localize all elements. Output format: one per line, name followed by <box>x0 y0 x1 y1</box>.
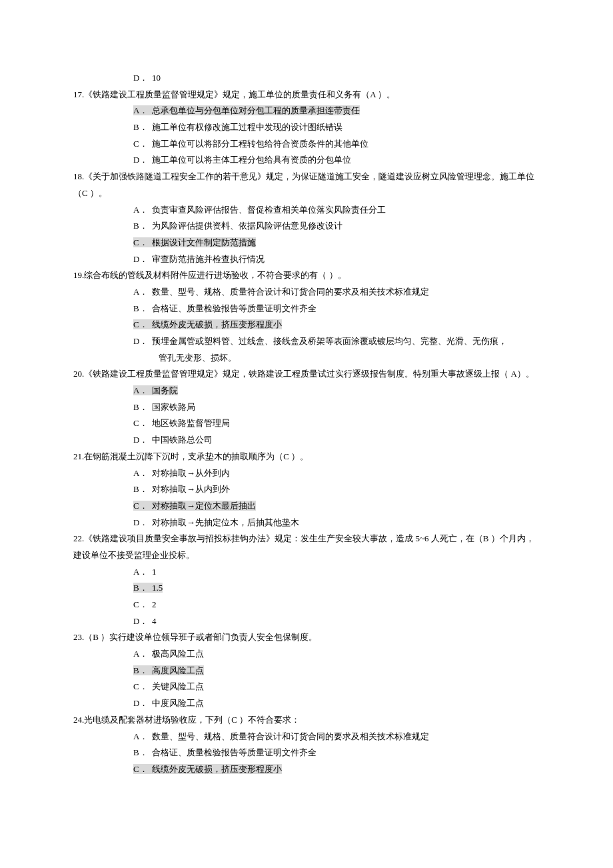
option-label: A． <box>133 383 152 399</box>
option-text: 施工单位可以将部分工程转包给符合资质条件的其他单位 <box>152 139 368 149</box>
option-label: C． <box>133 679 152 695</box>
option-label: C． <box>133 415 152 432</box>
option-q24-a: A．数量、型号、规格、质量符合设计和订货合同的要求及相关技术标准规定 <box>73 729 540 745</box>
option-label: C． <box>133 136 152 153</box>
question-19-stem: 19.综合布线的管线及材料附件应进行进场验收，不符合要求的有（ ）。 <box>73 267 540 284</box>
option-text: 地区铁路监督管理局 <box>152 418 230 428</box>
option-text: 高度风险工点 <box>152 665 204 675</box>
option-text: 合格证、质量检验报告等质量证明文件齐全 <box>152 747 316 757</box>
option-text: 对称抽取→先抽定位木，后抽其他垫木 <box>152 517 299 527</box>
option-label: D． <box>133 333 152 350</box>
option-label: D． <box>133 70 152 87</box>
option-text: 1.5 <box>152 583 163 593</box>
option-text: 总承包单位与分包单位对分包工程的质量承担连带责任 <box>152 105 360 115</box>
option-q18-d: D．审查防范措施并检查执行情况 <box>73 251 540 268</box>
option-q22-a: A．1 <box>73 564 540 581</box>
option-label: B． <box>133 301 152 317</box>
option-text: 根据设计文件制定防范措施 <box>152 237 256 247</box>
option-text: 负责审查风险评估报告、督促检查相关单位落实风险责任分工 <box>152 205 386 215</box>
option-label: B． <box>133 218 152 235</box>
option-q18-c: C．根据设计文件制定防范措施 <box>73 235 540 251</box>
option-label: D． <box>133 432 152 449</box>
option-label: A． <box>133 103 152 119</box>
option-q21-b: B．对称抽取→从内到外 <box>73 481 540 498</box>
option-label: D． <box>133 695 152 712</box>
option-q19-c: C．线缆外皮无破损，挤压变形程度小 <box>73 317 540 333</box>
option-q24-c: C．线缆外皮无破损，挤压变形程度小 <box>73 761 540 778</box>
option-text: 对称抽取→定位木最后抽出 <box>152 501 256 511</box>
option-label: B． <box>133 580 152 597</box>
option-text: 数量、型号、规格、质量符合设计和订货合同的要求及相关技术标准规定 <box>152 731 429 741</box>
option-q22-b: B．1.5 <box>73 580 540 597</box>
question-18-stem: 18.《关于加强铁路隧道工程安全工作的若干意见》规定，为保证隧道施工安全，隧道建… <box>73 169 540 201</box>
option-q20-a: A．国务院 <box>73 383 540 399</box>
option-label: B． <box>133 399 152 416</box>
option-text: 数量、型号、规格、质量符合设计和订货合同的要求及相关技术标准规定 <box>152 287 429 297</box>
option-text: 预埋金属管或塑料管、过线盒、接线盒及桥架等表面涂覆或镀层均匀、完整、光滑、无伤痕… <box>152 336 507 346</box>
option-q16-d: D．10 <box>73 70 540 87</box>
question-23-stem: 23.（B ）实行建设单位领导班子或者部门负责人安全包保制度。 <box>73 629 540 646</box>
option-text: 合格证、质量检验报告等质量证明文件齐全 <box>152 303 316 313</box>
option-label: D． <box>133 515 152 531</box>
option-q23-d: D．中度风险工点 <box>73 695 540 712</box>
question-24-stem: 24.光电缆及配套器材进场验收应，下列（C ）不符合要求： <box>73 712 540 729</box>
option-q17-b: B．施工单位有权修改施工过程中发现的设计图纸错误 <box>73 119 540 136</box>
option-q22-c: C．2 <box>73 597 540 613</box>
option-label: A． <box>133 202 152 219</box>
option-q24-b: B．合格证、质量检验报告等质量证明文件齐全 <box>73 745 540 761</box>
question-17-stem: 17.《铁路建设工程质量监督管理规定》规定，施工单位的质量责任和义务有（A ）。 <box>73 87 540 103</box>
option-q20-d: D．中国铁路总公司 <box>73 432 540 449</box>
option-label: A． <box>133 465 152 482</box>
option-text: 国家铁路局 <box>152 402 195 412</box>
option-label: A． <box>133 646 152 663</box>
option-q18-a: A．负责审查风险评估报告、督促检查相关单位落实风险责任分工 <box>73 202 540 219</box>
option-q20-c: C．地区铁路监督管理局 <box>73 415 540 432</box>
option-q19-d: D．预埋金属管或塑料管、过线盒、接线盒及桥架等表面涂覆或镀层均匀、完整、光滑、无… <box>73 333 540 350</box>
option-label: C． <box>133 235 152 251</box>
option-text: 关键风险工点 <box>152 681 204 691</box>
option-q19-a: A．数量、型号、规格、质量符合设计和订货合同的要求及相关技术标准规定 <box>73 284 540 301</box>
option-label: D． <box>133 613 152 630</box>
option-text: 中度风险工点 <box>152 698 204 708</box>
option-text: 对称抽取→从内到外 <box>152 484 230 494</box>
option-q23-c: C．关键风险工点 <box>73 679 540 695</box>
option-text: 中国铁路总公司 <box>152 435 213 445</box>
option-text: 10 <box>152 73 161 83</box>
option-label: D． <box>133 152 152 169</box>
question-20-stem: 20.《铁路建设工程质量监督管理规定》规定，铁路建设工程质量试过实行逐级报告制度… <box>73 366 540 383</box>
option-q19-d-cont: 管孔无变形、损坏。 <box>73 350 540 367</box>
option-q23-a: A．极高风险工点 <box>73 646 540 663</box>
option-text: 4 <box>152 616 157 626</box>
option-q17-a: A．总承包单位与分包单位对分包工程的质量承担连带责任 <box>73 103 540 119</box>
option-label: D． <box>133 251 152 268</box>
option-q21-a: A．对称抽取→从外到内 <box>73 465 540 482</box>
option-text: 2 <box>152 599 157 609</box>
option-q18-b: B．为风险评估提供资料、依据风险评估意见修改设计 <box>73 218 540 235</box>
question-22-stem: 22.《铁路建设项目质量安全事故与招投标挂钩办法》规定：发生生产安全较大事故，造… <box>73 531 540 563</box>
question-21-stem: 21.在钢筋混凝土沉降下沉时，支承垫木的抽取顺序为（C ）。 <box>73 449 540 465</box>
option-text: 线缆外皮无破损，挤压变形程度小 <box>152 764 282 774</box>
option-q21-c: C．对称抽取→定位木最后抽出 <box>73 498 540 515</box>
option-label: A． <box>133 284 152 301</box>
option-text: 对称抽取→从外到内 <box>152 468 230 478</box>
option-label: C． <box>133 498 152 515</box>
option-q19-b: B．合格证、质量检验报告等质量证明文件齐全 <box>73 301 540 317</box>
option-text: 施工单位可以将主体工程分包给具有资质的分包单位 <box>152 155 351 165</box>
option-q17-d: D．施工单位可以将主体工程分包给具有资质的分包单位 <box>73 152 540 169</box>
option-text: 审查防范措施并检查执行情况 <box>152 254 265 264</box>
option-text: 极高风险工点 <box>152 649 204 659</box>
option-q20-b: B．国家铁路局 <box>73 399 540 416</box>
option-q23-b: B．高度风险工点 <box>73 663 540 679</box>
option-q22-d: D．4 <box>73 613 540 630</box>
option-label: B． <box>133 481 152 498</box>
option-q21-d: D．对称抽取→先抽定位木，后抽其他垫木 <box>73 515 540 531</box>
option-q17-c: C．施工单位可以将部分工程转包给符合资质条件的其他单位 <box>73 136 540 153</box>
option-text: 1 <box>152 567 157 577</box>
option-text: 施工单位有权修改施工过程中发现的设计图纸错误 <box>152 122 342 132</box>
option-label: A． <box>133 564 152 581</box>
option-text: 线缆外皮无破损，挤压变形程度小 <box>152 319 282 329</box>
option-label: B． <box>133 663 152 679</box>
option-label: B． <box>133 119 152 136</box>
option-label: A． <box>133 729 152 745</box>
option-label: C． <box>133 597 152 613</box>
